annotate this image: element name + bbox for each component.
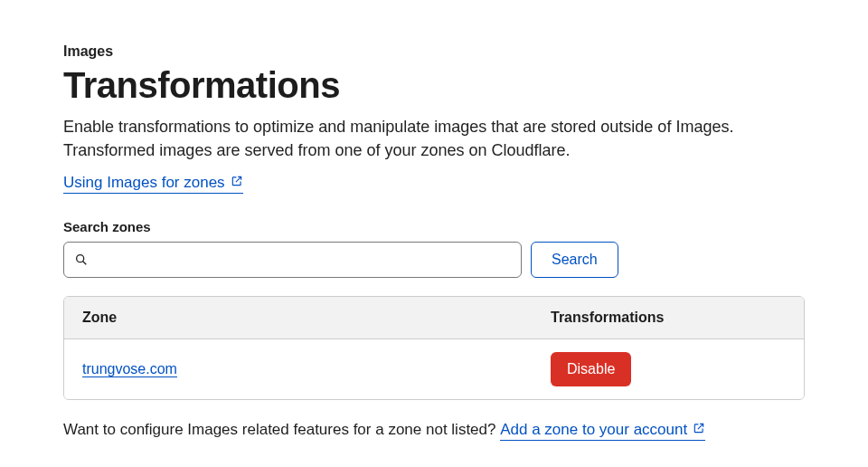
transformations-cell: Disable <box>551 352 786 386</box>
search-icon <box>74 253 89 267</box>
page-description: Enable transformations to optimize and m… <box>63 115 805 162</box>
table-row: trungvose.com Disable <box>64 339 804 399</box>
svg-point-0 <box>77 255 84 262</box>
zones-table: Zone Transformations trungvose.com Disab… <box>63 296 805 400</box>
disable-button[interactable]: Disable <box>551 352 631 386</box>
table-header: Zone Transformations <box>64 297 804 339</box>
external-link-icon <box>231 173 243 193</box>
doc-link-label: Using Images for zones <box>63 173 225 193</box>
search-input-wrap <box>63 242 522 278</box>
doc-link[interactable]: Using Images for zones <box>63 173 243 194</box>
search-section: Search zones Search <box>63 219 805 278</box>
zone-link[interactable]: trungvose.com <box>82 361 177 377</box>
col-header-transformations: Transformations <box>551 310 786 326</box>
page-title: Transformations <box>63 65 805 106</box>
footer-text: Want to configure Images related feature… <box>63 420 805 441</box>
zone-cell: trungvose.com <box>82 361 551 377</box>
col-header-zone: Zone <box>82 310 551 326</box>
search-button[interactable]: Search <box>531 242 618 278</box>
add-zone-link[interactable]: Add a zone to your account <box>500 420 705 441</box>
breadcrumb: Images <box>63 43 805 60</box>
search-label: Search zones <box>63 219 805 234</box>
external-link-icon <box>693 420 705 440</box>
search-input[interactable] <box>63 242 522 278</box>
add-zone-link-label: Add a zone to your account <box>500 420 687 440</box>
search-row: Search <box>63 242 805 278</box>
footer-message: Want to configure Images related feature… <box>63 421 500 438</box>
